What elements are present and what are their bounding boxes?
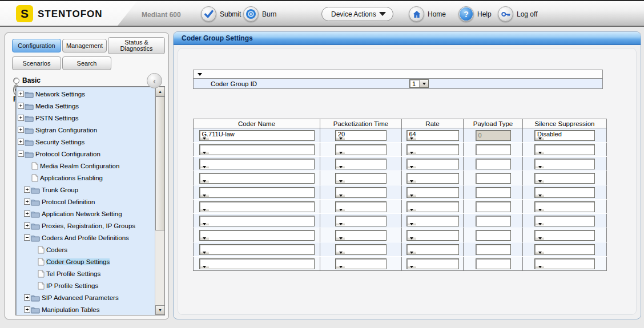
tree-item-label[interactable]: Coder Group Settings xyxy=(46,258,110,265)
tree-item-label[interactable]: Proxies, Registration, IP Groups xyxy=(42,222,135,229)
rate-select[interactable] xyxy=(406,201,459,212)
collapse-minus-icon[interactable] xyxy=(18,151,24,157)
coder-group-id-select[interactable]: 1 xyxy=(409,79,429,88)
packetization-time-select[interactable] xyxy=(335,244,387,255)
expand-plus-icon[interactable] xyxy=(24,222,30,229)
tree-item-pstn-settings[interactable]: PSTN Settings xyxy=(18,113,154,125)
tab-configuration[interactable]: Configuration xyxy=(12,39,61,52)
silence-suppression-select[interactable] xyxy=(534,230,595,241)
rate-select[interactable]: 64 xyxy=(406,130,459,141)
expand-plus-icon[interactable] xyxy=(18,103,24,109)
coder-name-select[interactable] xyxy=(199,187,315,198)
packetization-time-select[interactable] xyxy=(335,159,387,169)
packetization-time-select[interactable] xyxy=(335,144,387,155)
payload-type-input[interactable] xyxy=(476,187,511,198)
tree-item-label[interactable]: Coders xyxy=(46,246,67,253)
silence-suppression-select[interactable] xyxy=(534,216,595,226)
logoff-key-icon[interactable] xyxy=(498,6,513,22)
burn-icon[interactable] xyxy=(243,6,259,22)
tree-item-ip-profile-settings[interactable]: IP Profile Settings xyxy=(18,281,154,293)
home-icon[interactable] xyxy=(409,6,424,22)
tree-item-label[interactable]: Tel Profile Settings xyxy=(46,270,100,277)
packetization-time-select[interactable] xyxy=(335,230,387,241)
home-button[interactable]: Home xyxy=(428,10,446,18)
tree-item-security-settings[interactable]: Security Settings xyxy=(18,137,154,149)
tree-item-manipulation-tables[interactable]: Manipulation Tables xyxy=(18,305,154,315)
expand-plus-icon[interactable] xyxy=(24,294,30,301)
silence-suppression-select[interactable] xyxy=(534,144,595,155)
tree-item-label[interactable]: IP Profile Settings xyxy=(46,282,98,289)
tree-item-label[interactable]: Manipulation Tables xyxy=(42,306,99,313)
coder-name-select[interactable] xyxy=(199,159,315,169)
tree-item-coder-group-settings[interactable]: Coder Group Settings xyxy=(18,257,154,269)
scrollbar-thumb[interactable] xyxy=(155,96,165,230)
payload-type-input[interactable] xyxy=(476,159,511,169)
silence-suppression-select[interactable] xyxy=(534,173,595,184)
tree-item-sigtran-configuration[interactable]: Sigtran Configuration xyxy=(18,125,154,137)
packetization-time-select[interactable] xyxy=(335,216,387,226)
tree-item-tel-profile-settings[interactable]: Tel Profile Settings xyxy=(18,269,154,281)
tree-item-media-settings[interactable]: Media Settings xyxy=(18,101,154,113)
burn-button[interactable]: Burn xyxy=(262,10,276,18)
tab-search[interactable]: Search xyxy=(62,56,111,70)
expand-plus-icon[interactable] xyxy=(24,187,30,193)
group-section-collapse-bar[interactable] xyxy=(193,70,603,79)
tree-scrollbar[interactable]: ▲ ▼ xyxy=(155,87,164,315)
silence-suppression-select[interactable] xyxy=(534,201,595,212)
tree-item-label[interactable]: Application Network Setting xyxy=(42,210,122,217)
tree-item-protocol-configuration[interactable]: Protocol Configuration xyxy=(18,149,154,161)
rate-select[interactable] xyxy=(406,258,459,269)
tree-item-protocol-definition[interactable]: Protocol Definition xyxy=(18,197,154,209)
tree-item-application-network-setting[interactable]: Application Network Setting xyxy=(18,209,154,221)
coder-name-select[interactable] xyxy=(199,230,315,241)
tree-item-coders-and-profile-definitions[interactable]: Coders And Profile Definitions xyxy=(18,233,154,245)
packetization-time-select[interactable] xyxy=(335,187,387,198)
tab-status-diagnostics[interactable]: Status & Diagnostics xyxy=(108,37,165,54)
tree-item-label[interactable]: PSTN Settings xyxy=(35,115,78,122)
expand-plus-icon[interactable] xyxy=(18,127,24,133)
help-icon[interactable]: ? xyxy=(458,6,474,22)
rate-select[interactable] xyxy=(406,216,459,226)
tree-item-media-realm-configuration[interactable]: Media Realm Configuration xyxy=(18,161,154,173)
packetization-time-select[interactable] xyxy=(335,258,387,269)
coder-name-select[interactable] xyxy=(199,201,315,212)
tree-item-label[interactable]: Security Settings xyxy=(35,139,84,145)
packetization-time-select[interactable] xyxy=(335,201,387,212)
expand-plus-icon[interactable] xyxy=(24,306,30,313)
tree-item-label[interactable]: SIP Advanced Parameters xyxy=(42,294,119,301)
silence-suppression-select[interactable]: Disabled xyxy=(534,130,595,141)
tree-item-label[interactable]: Sigtran Configuration xyxy=(35,127,97,133)
rate-select[interactable] xyxy=(406,144,459,155)
rate-select[interactable] xyxy=(406,230,459,241)
expand-plus-icon[interactable] xyxy=(18,115,24,121)
payload-type-input[interactable] xyxy=(476,173,511,184)
expand-plus-icon[interactable] xyxy=(18,91,24,97)
payload-type-input[interactable] xyxy=(476,230,511,241)
submit-icon[interactable] xyxy=(201,6,216,22)
coder-name-select[interactable] xyxy=(199,173,315,184)
coder-name-select[interactable] xyxy=(199,244,315,255)
packetization-time-select[interactable] xyxy=(335,173,387,184)
device-actions-dropdown[interactable]: Device Actions xyxy=(321,7,393,21)
tree-item-applications-enabling[interactable]: Applications Enabling xyxy=(18,173,154,185)
payload-type-input[interactable] xyxy=(476,244,511,255)
rate-select[interactable] xyxy=(406,159,459,169)
rate-select[interactable] xyxy=(406,187,459,198)
tree-item-proxies-registration-ip-groups[interactable]: Proxies, Registration, IP Groups xyxy=(18,221,154,233)
expand-plus-icon[interactable] xyxy=(24,210,30,217)
collapse-minus-icon[interactable] xyxy=(24,234,30,241)
tree-item-label[interactable]: Coders And Profile Definitions xyxy=(42,234,129,241)
scroll-up-icon[interactable]: ▲ xyxy=(155,87,165,96)
tree-item-label[interactable]: Media Settings xyxy=(35,103,79,110)
expand-plus-icon[interactable] xyxy=(18,139,24,145)
tree-item-label[interactable]: Protocol Configuration xyxy=(35,151,100,157)
tree-item-label[interactable]: Network Settings xyxy=(35,91,85,98)
tree-item-label[interactable]: Media Realm Configuration xyxy=(40,163,119,169)
tree-item-coders[interactable]: Coders xyxy=(18,245,154,257)
packetization-time-select[interactable]: 20 xyxy=(335,130,387,141)
help-button[interactable]: Help xyxy=(477,10,492,18)
rate-select[interactable] xyxy=(406,244,459,255)
tab-management[interactable]: Management xyxy=(62,39,107,52)
silence-suppression-select[interactable] xyxy=(534,159,595,169)
rate-select[interactable] xyxy=(406,173,459,184)
